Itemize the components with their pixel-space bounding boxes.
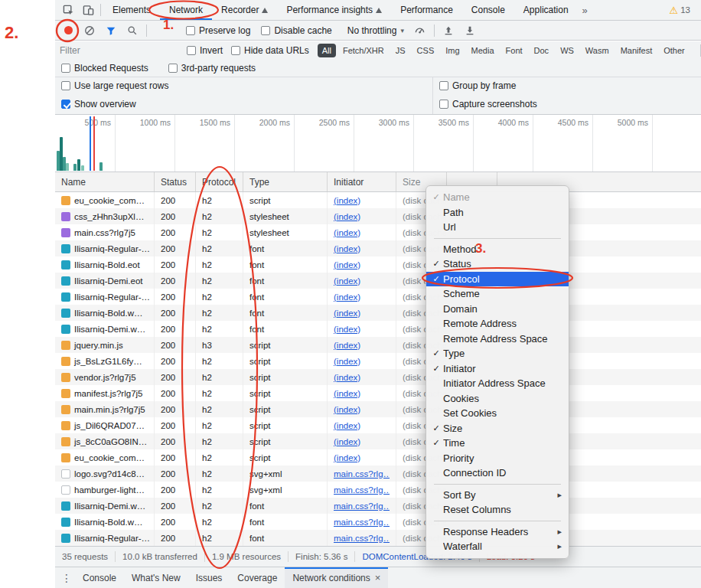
initiator-link[interactable]: (index)	[334, 325, 360, 334]
initiator-link[interactable]: (index)	[334, 421, 360, 430]
filter-chip-font[interactable]: Font	[501, 44, 527, 57]
initiator-link[interactable]: main.css?rlg…	[334, 469, 390, 479]
network-request-row[interactable]: vendor.js?rlg7j5200h2script(index)(disk …	[55, 369, 701, 385]
filter-input[interactable]	[60, 45, 178, 56]
blocked-requests-checkbox[interactable]: Blocked Requests	[61, 63, 148, 74]
drawer-tab-what-s-new[interactable]: What's New	[124, 567, 188, 588]
tab-performance[interactable]: Performance	[391, 0, 462, 20]
initiator-link[interactable]: (index)	[334, 437, 360, 446]
network-conditions-icon[interactable]	[410, 21, 430, 40]
column-header-protocol[interactable]: Protocol	[196, 172, 243, 191]
inspect-element-icon[interactable]	[58, 0, 78, 20]
filter-chip-js[interactable]: JS	[391, 44, 410, 57]
tab-application[interactable]: Application	[514, 0, 578, 20]
filter-chip-wasm[interactable]: Wasm	[581, 44, 614, 57]
more-panels-chevron[interactable]: »	[578, 5, 592, 16]
network-request-row[interactable]: logo.svg?d14c8…200h2svg+xmlmain.css?rlg……	[55, 466, 701, 482]
network-request-row[interactable]: Ilisarniq-Demi.w…200h2fontmain.css?rlg…(…	[55, 498, 701, 514]
menu-item-remote-address-space[interactable]: Remote Address Space	[426, 332, 569, 347]
menu-item-set-cookies[interactable]: Set Cookies	[426, 406, 569, 421]
issues-warning-badge[interactable]: ⚠ 13	[662, 5, 698, 16]
import-har-icon[interactable]	[439, 21, 458, 40]
network-request-row[interactable]: Ilisarniq-Bold.eot200h2font(index)(disk …	[55, 256, 701, 273]
record-button[interactable]	[58, 21, 78, 40]
initiator-link[interactable]: (index)	[334, 212, 360, 221]
filter-chip-other[interactable]: Other	[659, 44, 690, 57]
filter-chip-media[interactable]: Media	[467, 44, 499, 57]
filter-chip-all[interactable]: All	[318, 44, 336, 57]
tab-console[interactable]: Console	[462, 0, 514, 20]
network-request-row[interactable]: js_Dil6QRAD07…200h2script(index)(disk ca…	[55, 417, 701, 433]
network-request-row[interactable]: Ilisarniq-Demi.w…200h2font(index)(disk c…	[55, 321, 701, 337]
tab-elements[interactable]: Elements	[103, 0, 160, 20]
network-request-row[interactable]: Ilisarniq-Bold.w…200h2font(index)(disk c…	[55, 305, 701, 321]
filter-toggle-icon[interactable]	[101, 21, 121, 40]
use-large-request-rows-checkbox[interactable]: Use large request rows	[61, 80, 168, 91]
network-request-row[interactable]: Ilisarniq-Regular-…200h2font(index)(disk…	[55, 289, 701, 305]
menu-item-status[interactable]: ✓Status	[426, 256, 569, 272]
menu-item-time[interactable]: ✓Time	[426, 436, 569, 451]
menu-item-response-headers[interactable]: Response Headers▸	[426, 524, 569, 540]
menu-item-size[interactable]: ✓Size	[426, 421, 569, 436]
menu-item-type[interactable]: ✓Type	[426, 346, 569, 361]
throttling-select[interactable]: No throttling ▾	[343, 25, 409, 36]
search-icon[interactable]	[122, 21, 142, 40]
network-request-row[interactable]: jquery.min.js200h3script(index)(disk cac…	[55, 337, 701, 353]
initiator-link[interactable]: (index)	[334, 228, 360, 237]
initiator-link[interactable]: (index)	[334, 309, 360, 318]
network-request-row[interactable]: Ilisarniq-Regular-…200h2fontmain.css?rlg…	[55, 530, 701, 546]
initiator-link[interactable]: (index)	[334, 357, 360, 366]
drawer-tab-network-conditions[interactable]: Network conditions×	[285, 567, 388, 588]
initiator-link[interactable]: (index)	[334, 260, 360, 270]
network-request-row[interactable]: main.min.js?rlg7j5200h2script(index)(dis…	[55, 401, 701, 417]
clear-button[interactable]	[80, 21, 99, 40]
initiator-link[interactable]: (index)	[334, 341, 360, 350]
network-request-row[interactable]: Ilisarniq-Regular-…200h2font(index)(disk…	[55, 240, 701, 256]
export-har-icon[interactable]	[460, 21, 480, 40]
menu-item-path[interactable]: Path	[426, 205, 569, 220]
drawer-tab-console[interactable]: Console	[75, 567, 124, 588]
group-by-frame-checkbox[interactable]: Group by frame	[439, 80, 516, 91]
filter-chip-doc[interactable]: Doc	[530, 44, 554, 57]
initiator-link[interactable]: main.css?rlg…	[334, 485, 390, 495]
column-header-name[interactable]: Name	[55, 172, 155, 191]
menu-item-protocol[interactable]: ✓Protocol	[426, 272, 569, 287]
tab-performance-insights[interactable]: Performance insights	[277, 0, 391, 20]
network-request-row[interactable]: Ilisarniq-Bold.w…200h2fontmain.css?rlg…(…	[55, 514, 701, 530]
drawer-tab-coverage[interactable]: Coverage	[230, 567, 285, 588]
menu-item-cookies[interactable]: Cookies	[426, 391, 569, 407]
close-icon[interactable]: ×	[375, 572, 381, 583]
menu-item-url[interactable]: Url	[426, 220, 569, 235]
network-request-row[interactable]: hamburger-light…200h2svg+xmlmain.css?rlg…	[55, 482, 701, 498]
menu-item-connection-id[interactable]: Connection ID	[426, 466, 569, 481]
drawer-tab-issues[interactable]: Issues	[188, 567, 230, 588]
initiator-link[interactable]: (index)	[334, 244, 360, 253]
initiator-link[interactable]: main.css?rlg…	[334, 518, 390, 527]
filter-chip-css[interactable]: CSS	[412, 44, 439, 57]
disable-cache-checkbox[interactable]: Disable cache	[261, 25, 331, 36]
network-request-row[interactable]: eu_cookie_com…200h2script(index)(disk ca…	[55, 192, 701, 208]
filter-chip-ws[interactable]: WS	[556, 44, 579, 57]
initiator-link[interactable]: main.css?rlg…	[334, 501, 390, 511]
network-request-row[interactable]: Ilisarniq-Demi.eot200h2font(index)(disk …	[55, 273, 701, 289]
network-request-row[interactable]: eu_cookie_com…200h2script(index)(disk ca…	[55, 449, 701, 466]
menu-item-scheme[interactable]: Scheme	[426, 286, 569, 302]
hide-data-urls-checkbox[interactable]: Hide data URLs	[231, 45, 309, 56]
capture-screenshots-checkbox[interactable]: Capture screenshots	[439, 99, 537, 109]
menu-item-initiator-address-space[interactable]: Initiator Address Space	[426, 376, 569, 391]
third-party-requests-checkbox[interactable]: 3rd-party requests	[168, 63, 256, 74]
tab-recorder[interactable]: Recorder	[212, 0, 277, 20]
column-header-type[interactable]: Type	[243, 172, 328, 191]
menu-item-sort-by[interactable]: Sort By▸	[426, 488, 569, 503]
initiator-link[interactable]: (index)	[334, 196, 360, 205]
column-header-status[interactable]: Status	[155, 172, 196, 191]
device-toolbar-icon[interactable]	[78, 0, 98, 20]
invert-checkbox[interactable]: Invert	[187, 45, 223, 56]
initiator-link[interactable]: (index)	[334, 373, 360, 382]
menu-item-domain[interactable]: Domain	[426, 302, 569, 317]
tab-network[interactable]: Network	[160, 0, 212, 20]
preserve-log-checkbox[interactable]: Preserve log	[186, 25, 250, 36]
network-request-row[interactable]: js_BsLzG1L6fy…200h2script(index)(disk ca…	[55, 353, 701, 369]
filter-chip-img[interactable]: Img	[441, 44, 464, 57]
drawer-menu-icon[interactable]: ⋮	[58, 572, 75, 584]
